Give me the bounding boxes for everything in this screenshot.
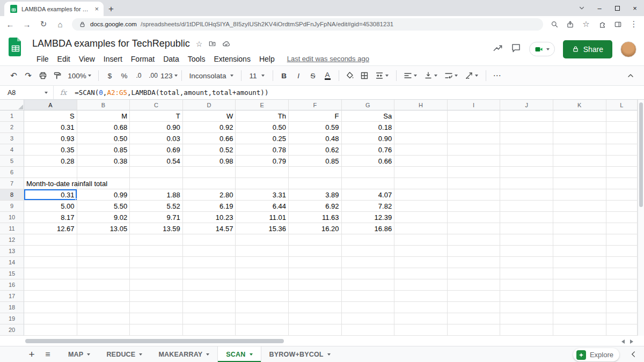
cell-B9[interactable]: 5.50 <box>77 201 130 212</box>
cell-A8[interactable]: 0.31 <box>24 189 77 201</box>
share-button[interactable]: Share <box>563 40 612 58</box>
row-header-19[interactable]: 19 <box>0 313 24 324</box>
cell-L14[interactable] <box>606 257 638 268</box>
cell-H1[interactable] <box>394 110 448 122</box>
cell-B3[interactable]: 0.50 <box>77 133 130 144</box>
cell-H6[interactable] <box>394 167 448 178</box>
cell-E19[interactable] <box>236 313 289 324</box>
cell-K4[interactable] <box>553 144 606 156</box>
account-avatar[interactable] <box>620 41 636 57</box>
cell-J1[interactable] <box>500 110 553 122</box>
cell-B10[interactable]: 9.02 <box>77 212 130 223</box>
cell-C4[interactable]: 0.69 <box>130 144 183 156</box>
cell-I6[interactable] <box>448 167 501 178</box>
zoom-select[interactable]: 100% <box>64 69 94 83</box>
cell-D4[interactable]: 0.52 <box>183 144 236 156</box>
cell-G12[interactable] <box>342 234 395 246</box>
cell-F19[interactable] <box>289 313 342 324</box>
cell-A12[interactable] <box>24 234 77 246</box>
address-bar[interactable]: docs.google.com/spreadsheets/d/1tDPlL0Hq… <box>72 18 543 31</box>
cell-A17[interactable] <box>24 291 77 302</box>
row-header-14[interactable]: 14 <box>0 257 24 268</box>
cell-J15[interactable] <box>500 268 553 279</box>
cell-G1[interactable]: Sa <box>342 110 395 122</box>
cell-D19[interactable] <box>183 313 236 324</box>
horizontal-scrollbar[interactable] <box>0 336 638 346</box>
cell-C20[interactable] <box>130 324 183 336</box>
cell-J8[interactable] <box>500 189 553 201</box>
column-header-K[interactable]: K <box>553 100 606 110</box>
row-header-16[interactable]: 16 <box>0 279 24 291</box>
cell-L13[interactable] <box>606 246 638 257</box>
cell-I14[interactable] <box>448 257 501 268</box>
cell-E3[interactable]: 0.25 <box>236 133 289 144</box>
row-header-11[interactable]: 11 <box>0 223 24 234</box>
cell-F6[interactable] <box>289 167 342 178</box>
format-percent-button[interactable]: % <box>117 69 131 83</box>
cell-F5[interactable]: 0.85 <box>289 156 342 167</box>
cell-L11[interactable] <box>606 223 638 234</box>
cell-J11[interactable] <box>500 223 553 234</box>
cell-A14[interactable] <box>24 257 77 268</box>
cell-A18[interactable] <box>24 302 77 313</box>
all-sheets-button[interactable]: ≡ <box>40 346 56 362</box>
vertical-scrollbar[interactable] <box>638 100 644 336</box>
cell-E11[interactable]: 15.36 <box>236 223 289 234</box>
cell-F8[interactable]: 3.89 <box>289 189 342 201</box>
star-document-icon[interactable]: ☆ <box>196 40 203 48</box>
cell-F1[interactable]: F <box>289 110 342 122</box>
cell-C7[interactable] <box>130 178 183 189</box>
cell-D10[interactable]: 10.23 <box>183 212 236 223</box>
print-button[interactable] <box>35 69 50 83</box>
cell-E10[interactable]: 11.01 <box>236 212 289 223</box>
cell-B2[interactable]: 0.68 <box>77 122 130 133</box>
cell-E1[interactable]: Th <box>236 110 289 122</box>
extensions-puzzle-icon[interactable] <box>598 20 606 28</box>
cell-D6[interactable] <box>183 167 236 178</box>
cell-H8[interactable] <box>394 189 448 201</box>
scroll-right-icon[interactable] <box>630 339 633 344</box>
cell-F16[interactable] <box>289 279 342 291</box>
cell-L9[interactable] <box>606 201 638 212</box>
cell-G11[interactable]: 16.86 <box>342 223 395 234</box>
cell-L12[interactable] <box>606 234 638 246</box>
cell-C10[interactable]: 9.71 <box>130 212 183 223</box>
cell-K14[interactable] <box>553 257 606 268</box>
cell-C13[interactable] <box>130 246 183 257</box>
forward-button[interactable]: → <box>22 20 32 29</box>
paint-format-button[interactable] <box>50 69 64 83</box>
cell-L4[interactable] <box>606 144 638 156</box>
cell-A10[interactable]: 8.17 <box>24 212 77 223</box>
scroll-left-icon[interactable] <box>621 339 625 344</box>
cell-F4[interactable]: 0.62 <box>289 144 342 156</box>
cell-C6[interactable] <box>130 167 183 178</box>
cell-G17[interactable] <box>342 291 395 302</box>
cell-A5[interactable]: 0.28 <box>24 156 77 167</box>
cell-K9[interactable] <box>553 201 606 212</box>
tab-close-icon[interactable]: × <box>94 5 99 13</box>
column-header-E[interactable]: E <box>236 100 289 110</box>
row-header-13[interactable]: 13 <box>0 246 24 257</box>
cell-J5[interactable] <box>500 156 553 167</box>
cell-C9[interactable]: 5.52 <box>130 201 183 212</box>
row-header-2[interactable]: 2 <box>0 122 24 133</box>
cell-K17[interactable] <box>553 291 606 302</box>
formula-text[interactable]: =SCAN(0,A2:G5,LAMBDA(total,amount,total+… <box>75 88 268 97</box>
cell-J2[interactable] <box>500 122 553 133</box>
cell-K10[interactable] <box>553 212 606 223</box>
name-box[interactable]: A8 <box>0 86 54 99</box>
cell-C16[interactable] <box>130 279 183 291</box>
cell-D15[interactable] <box>183 268 236 279</box>
sheet-tab-makearray[interactable]: MAKEARRAY <box>150 346 217 362</box>
cell-E12[interactable] <box>236 234 289 246</box>
cell-G2[interactable]: 0.18 <box>342 122 395 133</box>
cell-J6[interactable] <box>500 167 553 178</box>
cell-E5[interactable]: 0.79 <box>236 156 289 167</box>
column-header-B[interactable]: B <box>77 100 130 110</box>
merge-cells-button[interactable] <box>372 69 392 83</box>
cell-H18[interactable] <box>394 302 448 313</box>
close-window-button[interactable]: × <box>631 4 639 12</box>
column-header-G[interactable]: G <box>342 100 395 110</box>
cell-K11[interactable] <box>553 223 606 234</box>
font-select[interactable]: Inconsolata <box>186 69 237 83</box>
